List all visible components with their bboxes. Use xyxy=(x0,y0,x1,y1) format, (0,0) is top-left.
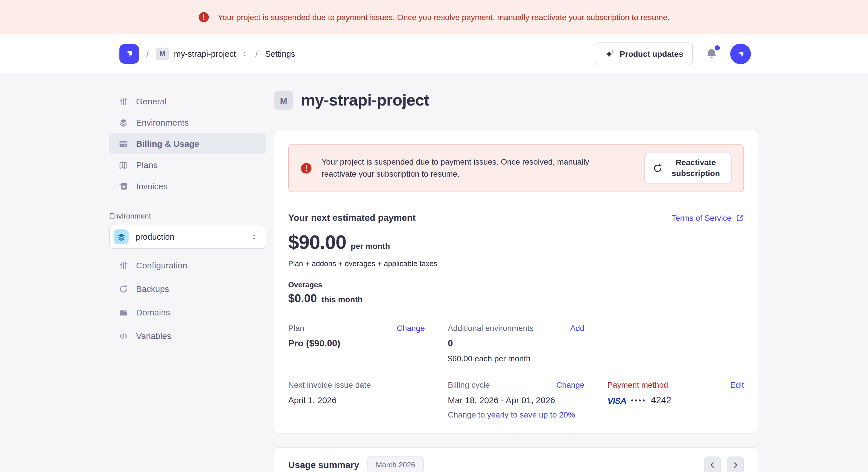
sidebar-item-label: Configuration xyxy=(136,260,187,270)
sidebar-item-label: Variables xyxy=(136,331,172,341)
sidebar-item-label: Domains xyxy=(136,307,170,317)
main-panel: M my-strapi-project Your project is susp… xyxy=(274,91,758,472)
sidebar-item-label: Environments xyxy=(136,117,189,127)
suspension-alert: Your project is suspended due to payment… xyxy=(288,144,744,192)
page-header: M my-strapi-project xyxy=(274,91,758,110)
top-bar: / M my-strapi-project / Settings Product… xyxy=(0,34,868,73)
reactivate-subscription-label: Reactivate subscription xyxy=(668,157,723,179)
card-last4: 4242 xyxy=(651,395,671,405)
chevron-left-icon xyxy=(708,461,716,469)
additional-environments-cell: Additional environments Add 0 $60.00 eac… xyxy=(448,324,584,363)
plan-value: Pro ($90.00) xyxy=(288,338,425,349)
project-name: my-strapi-project xyxy=(174,49,236,59)
overages-label: Overages xyxy=(288,280,744,289)
payment-heading: Your next estimated payment xyxy=(288,213,415,223)
product-updates-button[interactable]: Product updates xyxy=(594,42,693,65)
product-updates-label: Product updates xyxy=(620,49,683,59)
strapi-glyph-icon xyxy=(123,48,135,60)
sidebar-item-label: General xyxy=(136,96,167,106)
credit-card-icon xyxy=(118,139,128,148)
billing-cycle-value: Mar 18, 2026 - Apr 01, 2026 xyxy=(448,395,584,405)
avatar-strapi-glyph-icon xyxy=(735,48,746,59)
billing-cycle-change-link[interactable]: Change xyxy=(556,380,584,390)
environment-select-value: production xyxy=(135,232,243,241)
overages-amount-row: $0.00 this month xyxy=(288,292,744,305)
page-title: my-strapi-project xyxy=(301,91,429,109)
payment-method-edit-link[interactable]: Edit xyxy=(730,380,744,390)
suspension-banner-message: Your project is suspended due to payment… xyxy=(218,12,670,22)
folder-icon xyxy=(118,308,128,317)
billing-cycle-note-prefix: Change to xyxy=(448,410,487,419)
usage-summary-card: Usage summary March 2026 xyxy=(274,447,758,472)
usage-pagination xyxy=(704,456,744,472)
billing-cycle-note: Change to yearly to save up to 20% xyxy=(448,410,584,419)
overages-amount: $0.00 xyxy=(288,292,317,305)
sidebar-item-label: Billing & Usage xyxy=(136,139,199,148)
alert-icon xyxy=(198,11,210,23)
sparkle-icon xyxy=(604,49,614,59)
payment-formula: Plan + addons + overages + applicable ta… xyxy=(288,259,744,268)
sidebar-item-invoices[interactable]: Invoices xyxy=(109,175,267,197)
content-area: General Environments Billing & Usage Pla… xyxy=(0,73,868,472)
billing-cycle-label: Billing cycle xyxy=(448,380,490,390)
breadcrumb-settings[interactable]: Settings xyxy=(265,49,296,59)
billing-card: Your project is suspended due to payment… xyxy=(274,130,758,434)
suspension-banner: Your project is suspended due to payment… xyxy=(0,0,868,34)
sidebar-item-environments[interactable]: Environments xyxy=(109,112,267,133)
plan-cell: Plan Change Pro ($90.00) xyxy=(288,324,425,363)
billing-details-grid: Plan Change Pro ($90.00) Additional envi… xyxy=(288,324,744,419)
terms-of-service-label: Terms of Service xyxy=(672,213,732,223)
suspension-alert-message: Your project is suspended due to payment… xyxy=(321,156,620,180)
breadcrumb-separator: / xyxy=(146,49,149,59)
sidebar-item-configuration[interactable]: Configuration xyxy=(109,255,267,276)
sliders-icon xyxy=(118,261,128,270)
project-initial-badge: M xyxy=(156,47,169,60)
yearly-savings-link[interactable]: yearly to save up to 20% xyxy=(487,410,575,419)
usage-summary-header: Usage summary March 2026 xyxy=(288,456,744,472)
sidebar-item-variables[interactable]: Variables xyxy=(109,325,267,346)
additional-environments-value: 0 xyxy=(448,338,584,349)
map-icon xyxy=(118,160,128,169)
payment-method-cell: Payment method Edit VISA •••• 4242 xyxy=(608,380,744,419)
sidebar-item-label: Invoices xyxy=(136,181,167,191)
payment-period: per month xyxy=(351,241,390,250)
overages-period: this month xyxy=(321,295,363,304)
strapi-logo[interactable] xyxy=(119,44,139,64)
payment-section-header: Your next estimated payment Terms of Ser… xyxy=(288,213,744,223)
alert-icon xyxy=(300,162,312,174)
billing-cycle-cell: Billing cycle Change Mar 18, 2026 - Apr … xyxy=(448,380,584,419)
additional-environments-add-link[interactable]: Add xyxy=(570,324,584,333)
project-initial-badge: M xyxy=(274,91,293,110)
sidebar-item-label: Backups xyxy=(136,284,169,294)
project-switcher[interactable]: M my-strapi-project xyxy=(156,47,248,60)
sidebar-item-backups[interactable]: Backups xyxy=(109,278,267,299)
terms-of-service-link[interactable]: Terms of Service xyxy=(672,213,744,223)
next-month-button[interactable] xyxy=(727,456,744,472)
notifications-button[interactable] xyxy=(706,48,718,60)
next-invoice-value: April 1, 2026 xyxy=(288,395,425,405)
payment-method-value: VISA •••• 4242 xyxy=(608,395,744,405)
card-masked-digits: •••• xyxy=(631,396,646,404)
sidebar-item-domains[interactable]: Domains xyxy=(109,302,267,323)
payment-amount: $90.00 xyxy=(288,231,346,254)
select-arrows-icon xyxy=(241,50,248,58)
sidebar-item-general[interactable]: General xyxy=(109,91,267,112)
app-window: Your project is suspended due to payment… xyxy=(0,0,868,472)
plan-label: Plan xyxy=(288,324,304,333)
reactivate-subscription-button[interactable]: Reactivate subscription xyxy=(644,153,732,183)
settings-sidebar: General Environments Billing & Usage Pla… xyxy=(109,91,267,346)
usage-period-badge: March 2026 xyxy=(367,456,424,472)
breadcrumb: / M my-strapi-project / Settings xyxy=(119,44,295,64)
layers-icon xyxy=(118,118,128,127)
environment-layers-icon xyxy=(114,229,129,244)
breadcrumb-separator: / xyxy=(255,49,258,59)
sidebar-item-plans[interactable]: Plans xyxy=(109,154,267,175)
plan-change-link[interactable]: Change xyxy=(397,324,425,333)
sliders-icon xyxy=(118,97,128,106)
previous-month-button[interactable] xyxy=(704,456,721,472)
user-avatar[interactable] xyxy=(730,43,751,64)
next-invoice-cell: Next invoice issue date April 1, 2026 xyxy=(288,380,425,419)
additional-environments-note: $60.00 each per month xyxy=(448,354,584,363)
environment-select[interactable]: production xyxy=(109,225,267,249)
sidebar-item-billing-usage[interactable]: Billing & Usage xyxy=(109,133,267,154)
